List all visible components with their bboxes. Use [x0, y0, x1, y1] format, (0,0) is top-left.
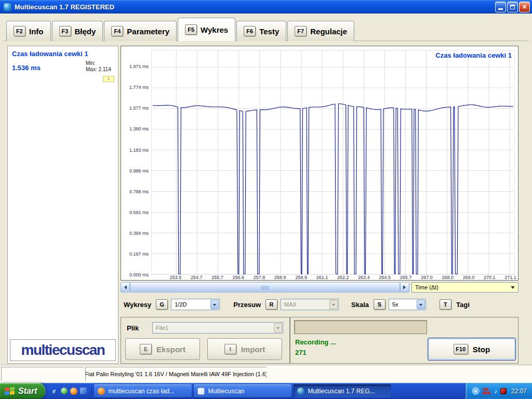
close-button[interactable]: × — [519, 2, 530, 12]
tagi-label: Tagi — [456, 301, 470, 309]
scrollbar-track[interactable] — [130, 282, 400, 292]
x-axis-tick-label: 263.4 — [356, 275, 372, 280]
hidden-icons-chevron-icon[interactable]: « — [472, 387, 480, 395]
przesuw-label: Przesuw — [233, 301, 261, 309]
scroll-right-button[interactable] — [400, 282, 409, 292]
maximize-button[interactable] — [507, 2, 518, 12]
chart-title: Czas ładowania cewki 1 — [435, 51, 512, 59]
recording-counter: 271 — [295, 349, 307, 356]
import-label: Import — [241, 345, 265, 354]
y-axis-tick-label: 1.577 ms — [121, 106, 149, 111]
tab-bar: F2InfoF3BłędyF4ParameteryF5WykresF6Testy… — [6, 18, 355, 41]
taskbar-items: multiecuscan czas ład...MultiecuscanMult… — [92, 383, 391, 399]
chevron-down-icon — [417, 300, 425, 309]
plik-label: Plik — [127, 324, 139, 332]
y-axis-tick-label: 0.788 ms — [121, 190, 149, 194]
file-value: File1 — [156, 325, 168, 331]
tray-counter-line2: MRK — [483, 391, 491, 395]
tray-counter-line1: 539 — [483, 388, 491, 391]
przesuw-value: MAX — [284, 301, 297, 308]
multiecuscan-logo: multiecuscan — [10, 339, 116, 361]
import-keycap: I — [224, 344, 236, 354]
import-button[interactable]: I Import — [207, 338, 282, 360]
recording-status: Recording ... — [295, 338, 336, 346]
start-button[interactable]: Start — [0, 383, 45, 399]
recording-field[interactable] — [294, 320, 427, 334]
skala-keycap[interactable]: S — [374, 299, 385, 310]
wykresy-select[interactable]: 1/2D — [171, 299, 220, 310]
tab-regulacje[interactable]: F7Regulacje — [287, 21, 354, 41]
tab-wykres[interactable]: F5Wykres — [178, 18, 235, 41]
taskbar-item-multiecuscan[interactable]: Multiecuscan — [194, 384, 291, 397]
wykresy-value: 1/2D — [175, 301, 187, 308]
logo-text: multiecuscan — [21, 342, 105, 358]
scrollbar-thumb[interactable] — [130, 282, 400, 292]
antivirus-tray-icon[interactable] — [500, 388, 507, 394]
taskbar-item-multiecuscan-czas-lad-[interactable]: multiecuscan czas ład... — [94, 384, 192, 397]
chevron-down-icon — [329, 300, 338, 309]
y-axis-tick-label: 1.183 ms — [121, 148, 149, 153]
y-axis-tick-label: 0.197 ms — [121, 252, 149, 257]
x-axis-tick-label: 270.1 — [482, 275, 497, 280]
file-select[interactable]: File1 — [152, 322, 283, 334]
taskbar-item-multiecuscan-1-7-reg-[interactable]: Multiecuscan 1.7 REG... — [294, 384, 391, 397]
tab-keycap: F3 — [59, 26, 71, 36]
start-label: Start — [18, 387, 37, 396]
tab-info[interactable]: F2Info — [6, 21, 51, 41]
multiecuscan-window: Multiecuscan 1.7 REGISTERED × F2InfoF3Bł… — [0, 0, 532, 399]
tab-label: Parametery — [127, 27, 169, 36]
wykresy-label: Wykresy — [124, 301, 151, 309]
przesuw-select[interactable]: MAX — [281, 299, 339, 310]
recording-panel: Recording ... 271 F10 Stop — [290, 317, 518, 364]
tab-keycap: F6 — [244, 26, 256, 36]
title-bar: Multiecuscan 1.7 REGISTERED × — [0, 0, 532, 14]
internet-explorer-icon[interactable] — [50, 387, 58, 395]
close-icon: × — [522, 3, 526, 10]
x-axis-tick-label: 255.7 — [209, 275, 225, 280]
minimize-icon — [498, 8, 503, 10]
y-axis-tick-label: 1.774 ms — [121, 85, 149, 90]
y-axis-tick-label: 0.394 ms — [121, 231, 149, 236]
minimize-button[interactable] — [495, 2, 506, 12]
windows-logo-icon — [5, 387, 15, 395]
maximize-icon — [510, 5, 515, 9]
tab-bledy[interactable]: F3Błędy — [52, 21, 103, 41]
chevron-down-icon — [210, 300, 219, 309]
firefox-icon — [98, 388, 105, 395]
firefox-icon[interactable] — [70, 388, 77, 395]
volume-icon[interactable]: ♪ — [494, 388, 497, 395]
wykresy-keycap[interactable]: G — [156, 299, 168, 310]
stop-label: Stop — [473, 345, 490, 354]
x-axis-mode-value: Time (Δt) — [415, 284, 438, 290]
przesuw-keycap[interactable]: R — [265, 299, 277, 310]
eksport-keycap: E — [140, 344, 152, 354]
tab-parametery[interactable]: F4Parametery — [104, 21, 177, 41]
clock: 22:07 — [511, 388, 527, 395]
media-player-icon[interactable] — [80, 388, 87, 394]
network-counter-tray-icon[interactable]: 539 MRK — [483, 388, 491, 395]
x-axis-tick-label: 262.2 — [335, 275, 351, 280]
x-axis-mode-select[interactable]: Time (Δt) — [411, 282, 518, 292]
arrow-right-icon — [403, 285, 408, 289]
taskbar-item-label: multiecuscan czas ład... — [108, 388, 174, 395]
x-axis-tick-label: 271.1 — [503, 275, 518, 280]
tagi-keycap[interactable]: T — [440, 299, 451, 310]
parameter-minmax: Min: Max: 2.114 — [86, 60, 111, 73]
x-axis-tick-label: 253.5 — [168, 275, 183, 280]
arrow-left-icon — [122, 285, 127, 289]
taskbar-item-label: Multiecuscan — [208, 388, 244, 395]
x-axis-tick-label: 267.0 — [419, 275, 434, 280]
x-axis-tick-label: 269.0 — [461, 275, 476, 280]
tab-label: Błędy — [75, 27, 96, 36]
window-title: Multiecuscan 1.7 REGISTERED — [15, 3, 494, 11]
quick-launch — [45, 387, 92, 395]
tab-label: Wykres — [201, 25, 228, 34]
scroll-left-button[interactable] — [121, 282, 130, 292]
min-label: Min: — [86, 60, 111, 66]
tab-testy[interactable]: F6Testy — [236, 21, 286, 41]
messenger-icon[interactable] — [61, 388, 68, 394]
skala-select[interactable]: 5x — [389, 299, 426, 310]
system-tray: « 539 MRK ♪ 22:07 — [465, 383, 532, 399]
stop-button[interactable]: F10 Stop — [428, 338, 516, 361]
eksport-button[interactable]: E Eksport — [125, 338, 200, 360]
